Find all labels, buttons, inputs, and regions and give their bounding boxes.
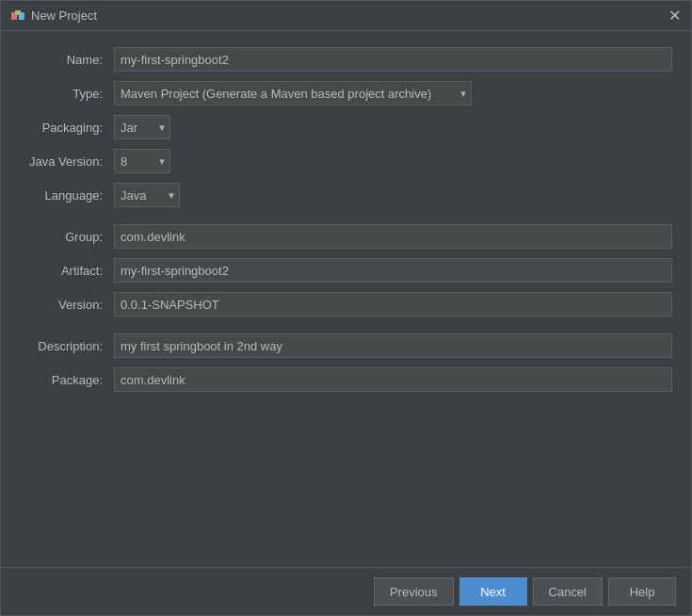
name-field	[114, 47, 672, 72]
artifact-field	[114, 258, 672, 283]
group-row: Group:	[20, 223, 672, 250]
next-button[interactable]: Next	[459, 577, 527, 606]
version-input[interactable]	[114, 292, 672, 316]
cancel-button[interactable]: Cancel	[533, 577, 603, 606]
packaging-select[interactable]: Jar War	[114, 115, 170, 139]
java-version-row: Java Version: 8 11 17 ▼	[20, 148, 672, 174]
type-row: Type: Maven Project (Generate a Maven ba…	[20, 80, 672, 106]
group-input[interactable]	[114, 224, 672, 249]
name-row: Name:	[20, 46, 672, 73]
language-field: Java Kotlin Groovy ▼	[114, 183, 672, 207]
java-version-label: Java Version:	[20, 154, 114, 169]
title-bar-left: New Project	[10, 8, 97, 24]
previous-button[interactable]: Previous	[374, 577, 454, 606]
java-version-dropdown-container: 8 11 17 ▼	[114, 149, 170, 173]
packaging-label: Packaging:	[20, 121, 114, 135]
language-label: Language:	[20, 188, 114, 203]
dialog-title: New Project	[31, 8, 97, 23]
help-button[interactable]: Help	[608, 577, 676, 606]
packaging-field: Jar War ▼	[114, 115, 672, 139]
description-label: Description:	[20, 339, 114, 353]
type-dropdown-container: Maven Project (Generate a Maven based pr…	[114, 81, 472, 105]
java-version-field: 8 11 17 ▼	[114, 149, 672, 173]
name-input[interactable]	[114, 47, 672, 72]
description-field	[114, 333, 672, 358]
java-version-select[interactable]: 8 11 17	[114, 149, 170, 173]
package-input[interactable]	[114, 367, 672, 392]
type-select[interactable]: Maven Project (Generate a Maven based pr…	[114, 81, 472, 105]
language-dropdown-container: Java Kotlin Groovy ▼	[114, 183, 180, 207]
package-row: Package:	[20, 366, 672, 393]
group-field	[114, 224, 672, 249]
artifact-input[interactable]	[114, 258, 672, 283]
artifact-label: Artifact:	[20, 264, 114, 278]
description-input[interactable]	[114, 333, 672, 358]
name-label: Name:	[20, 53, 114, 67]
package-field	[114, 367, 672, 392]
language-row: Language: Java Kotlin Groovy ▼	[20, 182, 672, 208]
language-select[interactable]: Java Kotlin Groovy	[114, 183, 180, 207]
close-button[interactable]: ✕	[667, 8, 682, 24]
description-row: Description:	[20, 332, 672, 359]
version-field	[114, 292, 672, 316]
packaging-row: Packaging: Jar War ▼	[20, 114, 672, 140]
app-icon	[10, 8, 25, 24]
version-label: Version:	[20, 298, 114, 312]
title-bar: New Project ✕	[1, 1, 691, 31]
footer: Previous Next Cancel Help	[1, 567, 691, 615]
form-content: Name: Type: Maven Project (Generate a Ma…	[1, 31, 691, 567]
artifact-row: Artifact:	[20, 257, 672, 284]
type-label: Type:	[20, 87, 114, 101]
packaging-dropdown-container: Jar War ▼	[114, 115, 170, 139]
dialog: New Project ✕ Name: Type: Maven Project …	[0, 0, 692, 616]
type-field: Maven Project (Generate a Maven based pr…	[114, 81, 672, 105]
version-row: Version:	[20, 291, 672, 317]
svg-rect-2	[15, 10, 21, 15]
package-label: Package:	[20, 373, 114, 387]
group-label: Group:	[20, 230, 114, 244]
